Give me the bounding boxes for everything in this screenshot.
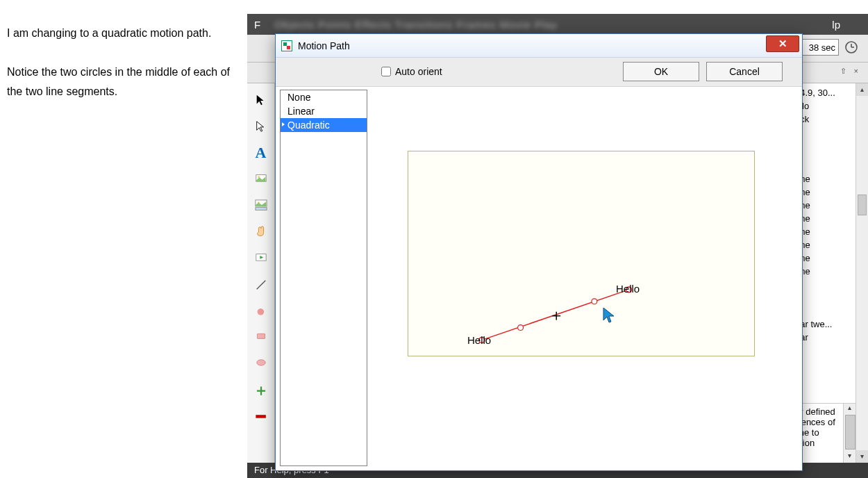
- line-tool-icon[interactable]: [251, 275, 271, 295]
- prop-row: one: [795, 213, 865, 226]
- time-value: 38 sec: [809, 42, 835, 53]
- dialog-toolbar: Auto orient OK Cancel: [276, 58, 802, 87]
- add-tool-icon[interactable]: ＋: [251, 381, 271, 400]
- auto-orient-checkbox[interactable]: Auto orient: [378, 65, 442, 79]
- clock-icon: [844, 40, 858, 54]
- scroll-down-icon[interactable]: ▾: [856, 450, 868, 463]
- app-window: F Objects Points Effects Transitions Fra…: [247, 14, 868, 478]
- svg-line-9: [256, 281, 265, 290]
- prop-row: one: [795, 253, 865, 266]
- instruction-notes: I am changing to a quadratic motion path…: [7, 24, 236, 121]
- prop-row: o: [795, 160, 865, 174]
- dialog-close-button[interactable]: ✕: [766, 35, 799, 52]
- path-type-listbox[interactable]: None Linear Quadratic: [280, 90, 367, 466]
- menu-item-help[interactable]: lp: [832, 19, 840, 31]
- subselect-tool-icon[interactable]: [251, 117, 271, 136]
- stage-rect: [408, 151, 755, 356]
- remove-tool-icon[interactable]: ━: [251, 407, 271, 427]
- svg-point-11: [256, 360, 265, 365]
- properties-panel: 54.9, 30... ello ack o one one one one o…: [792, 83, 868, 463]
- scroll-thumb[interactable]: [858, 195, 867, 215]
- pointer-tool-icon[interactable]: [251, 90, 271, 110]
- dialog-body: None Linear Quadratic: [280, 90, 798, 466]
- stage-text-1[interactable]: Hello: [467, 334, 491, 346]
- dialog-app-icon: [281, 40, 292, 51]
- media-tool-icon[interactable]: [251, 249, 271, 268]
- dialog-title: Motion Path: [298, 40, 350, 51]
- scrollbar[interactable]: ▴ ▾: [856, 83, 868, 463]
- image-area-tool-icon[interactable]: [251, 196, 271, 215]
- list-item-none[interactable]: None: [281, 90, 367, 104]
- prop-row: one: [795, 187, 865, 200]
- note-1: I am changing to a quadratic motion path…: [7, 24, 236, 43]
- rect-tool-icon[interactable]: [251, 328, 271, 347]
- app-menubar: F Objects Points Effects Transitions Fra…: [247, 14, 868, 35]
- prop-row: ear: [795, 332, 865, 345]
- preview-canvas[interactable]: Hello Hello: [370, 90, 798, 466]
- prop-row: one: [795, 226, 865, 240]
- auto-orient-input[interactable]: [381, 67, 391, 76]
- stage-text-2[interactable]: Hello: [616, 283, 640, 295]
- panel-pin-close[interactable]: ⇧ ×: [840, 67, 861, 76]
- close-icon: ✕: [778, 38, 787, 50]
- list-item-quadratic[interactable]: Quadratic: [281, 118, 367, 132]
- image-tool-icon[interactable]: [251, 170, 271, 189]
- text-tool-icon[interactable]: A: [251, 143, 271, 163]
- ok-button[interactable]: OK: [623, 62, 699, 81]
- motion-path-dialog: Motion Path ✕ Auto orient OK Cancel None…: [275, 33, 803, 471]
- prop-row: one: [795, 240, 865, 253]
- list-item-linear[interactable]: Linear: [281, 104, 367, 118]
- hand-tool-icon[interactable]: [251, 222, 271, 242]
- menu-item-file[interactable]: F: [254, 19, 260, 31]
- prop-row: one: [795, 266, 865, 279]
- prop-row: ack: [795, 114, 865, 127]
- circle-tool-icon[interactable]: ●: [251, 302, 271, 321]
- note-2: Notice the two circles in the middle of …: [7, 63, 236, 101]
- scroll-up-icon[interactable]: ▴: [856, 83, 868, 96]
- scroll-down-icon[interactable]: ▾: [844, 452, 856, 463]
- prop-row: ello: [795, 101, 865, 114]
- prop-row: one: [795, 200, 865, 213]
- scroll-up-icon[interactable]: ▴: [844, 404, 856, 415]
- svg-rect-7: [255, 208, 266, 211]
- mouse-cursor-icon: [602, 306, 617, 324]
- prop-row: 54.9, 30...: [795, 88, 865, 101]
- ellipse-tool-icon[interactable]: [251, 354, 271, 374]
- menubar-blurred: Objects Points Effects Transitions Frame…: [274, 19, 558, 31]
- prop-row: ear twe...: [795, 319, 865, 332]
- auto-orient-label: Auto orient: [395, 66, 442, 77]
- svg-rect-10: [257, 333, 265, 338]
- prop-row: one: [795, 174, 865, 187]
- cancel-button[interactable]: Cancel: [706, 62, 783, 81]
- dialog-titlebar[interactable]: Motion Path ✕: [276, 34, 802, 58]
- prop-row: o: [795, 306, 865, 319]
- toolbox: A ● ＋ ━: [247, 83, 275, 463]
- scroll-thumb[interactable]: [845, 415, 856, 450]
